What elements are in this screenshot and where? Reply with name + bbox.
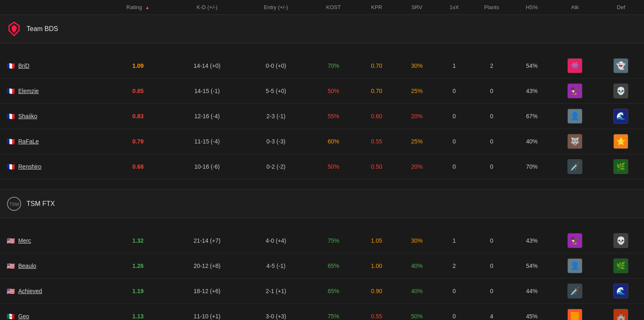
player-name-text[interactable]: BriD xyxy=(18,62,29,69)
kpr-cell: 1.05 xyxy=(356,228,396,253)
agent-icon-atk: 🐺 xyxy=(567,134,582,149)
agent-icon-atk: 🗡️ xyxy=(567,284,582,299)
col-header-entry[interactable]: Entry (+/-) xyxy=(241,0,310,15)
col-header-kost[interactable]: KOST xyxy=(310,0,356,15)
player-name-text[interactable]: Geo xyxy=(18,313,29,320)
onevx-value: 0 xyxy=(453,138,456,145)
team-gap-row xyxy=(0,179,644,190)
srv-cell: 30% xyxy=(397,53,437,79)
entry-cell: 2-1 (+1) xyxy=(241,279,310,304)
kd-value: 11-10 (+1) xyxy=(194,313,221,320)
col-header-def[interactable]: Def xyxy=(598,0,644,15)
player-flag: 🇺🇸 xyxy=(7,237,15,245)
col-header-kpr[interactable]: KPR xyxy=(356,0,396,15)
player-flag: 🇫🇷 xyxy=(7,163,15,171)
rating-cell: 1.13 xyxy=(103,304,173,320)
agent-icon-atk: 🦅 xyxy=(567,233,582,248)
kd-value: 12-16 (-4) xyxy=(194,113,219,119)
player-name-text[interactable]: Merc xyxy=(18,237,31,244)
srv-value: 30% xyxy=(411,237,423,244)
table-row: 🇺🇸 Beaulo 1.26 20-12 (+8) 4-5 (-1) 65% 1… xyxy=(0,253,644,279)
onevx-value: 0 xyxy=(453,288,456,294)
col-header-plants[interactable]: Plants xyxy=(471,0,512,15)
onevx-cell: 0 xyxy=(437,279,471,304)
hs-value: 44% xyxy=(526,288,538,294)
entry-value: 5-5 (+0) xyxy=(266,88,286,94)
srv-value: 20% xyxy=(411,113,423,119)
atk-cell: 🗡️ xyxy=(552,279,598,304)
srv-value: 20% xyxy=(411,163,423,170)
player-flag: 🇫🇷 xyxy=(7,112,15,120)
hs-cell: 45% xyxy=(512,304,552,320)
onevx-value: 0 xyxy=(453,113,456,119)
atk-cell: 👾 xyxy=(552,53,598,79)
plants-value: 0 xyxy=(490,138,493,145)
col-header-1vx[interactable]: 1vX xyxy=(437,0,471,15)
player-name-cell: 🇫🇷 Shaiiko xyxy=(0,104,103,129)
atk-cell: 🗡️ xyxy=(552,154,598,179)
plants-value: 4 xyxy=(490,313,493,320)
hs-value: 54% xyxy=(526,263,538,269)
rating-cell: 0.85 xyxy=(103,79,173,104)
entry-value: 2-1 (+1) xyxy=(266,288,286,294)
entry-cell: 2-3 (-1) xyxy=(241,104,310,129)
player-name-text[interactable]: RaFaLe xyxy=(18,138,39,145)
hs-cell: 43% xyxy=(512,79,552,104)
col-header-hs[interactable]: HS% xyxy=(512,0,552,15)
player-name-text[interactable]: Shaiiko xyxy=(18,113,37,119)
agent-icon-def: ⭐ xyxy=(613,134,628,149)
kost-cell: 70% xyxy=(310,53,356,79)
col-header-rating[interactable]: Rating ▲ xyxy=(103,0,173,15)
kpr-cell: 0.55 xyxy=(356,304,396,320)
kost-cell: 50% xyxy=(310,79,356,104)
kpr-cell: 0.55 xyxy=(356,129,396,154)
col-header-srv[interactable]: SRV xyxy=(397,0,437,15)
kd-cell: 20-12 (+8) xyxy=(173,253,242,279)
kd-cell: 21-14 (+7) xyxy=(173,228,242,253)
kd-value: 21-14 (+7) xyxy=(194,237,221,244)
onevx-cell: 0 xyxy=(437,154,471,179)
player-name-text[interactable]: Renshiro xyxy=(18,163,41,170)
team-header-cell: Team BDS xyxy=(0,15,644,43)
hs-cell: 43% xyxy=(512,228,552,253)
col-header-kd[interactable]: K-D (+/-) xyxy=(173,0,242,15)
kd-cell: 11-10 (+1) xyxy=(173,304,242,320)
onevx-value: 1 xyxy=(453,62,456,69)
plants-cell: 0 xyxy=(471,79,512,104)
kost-value: 70% xyxy=(328,62,339,69)
table-row: 🇲🇽 Geo 1.13 11-10 (+1) 3-0 (+3) 75% 0.55… xyxy=(0,304,644,320)
team-header-tsm: TSM TSM FTX xyxy=(0,190,644,218)
kpr-cell: 1.00 xyxy=(356,253,396,279)
plants-value: 0 xyxy=(490,263,493,269)
kd-value: 18-12 (+6) xyxy=(194,288,221,294)
srv-cell: 20% xyxy=(397,104,437,129)
kost-value: 65% xyxy=(328,263,339,269)
kost-value: 55% xyxy=(328,113,339,119)
table-row: 🇫🇷 Shaiiko 0.83 12-16 (-4) 2-3 (-1) 55% … xyxy=(0,104,644,129)
rating-cell: 1.19 xyxy=(103,279,173,304)
srv-cell: 40% xyxy=(397,279,437,304)
srv-cell: 30% xyxy=(397,228,437,253)
team-header-bds: Team BDS xyxy=(0,15,644,43)
stats-table-container: Rating ▲ K-D (+/-) Entry (+/-) KOST KPR … xyxy=(0,0,644,320)
player-name-text[interactable]: Achieved xyxy=(18,288,42,294)
onevx-value: 1 xyxy=(453,237,456,244)
col-header-name xyxy=(0,0,103,15)
plants-value: 0 xyxy=(490,288,493,294)
onevx-cell: 0 xyxy=(437,104,471,129)
plants-value: 2 xyxy=(490,62,493,69)
agent-icon-def: 🌊 xyxy=(613,109,628,124)
hs-cell: 54% xyxy=(512,53,552,79)
entry-value: 3-0 (+3) xyxy=(266,313,286,320)
kpr-cell: 0.70 xyxy=(356,53,396,79)
agent-icon-def: 🌿 xyxy=(613,159,628,174)
kost-cell: 75% xyxy=(310,228,356,253)
kost-cell: 60% xyxy=(310,129,356,154)
onevx-value: 2 xyxy=(453,263,456,269)
kd-cell: 14-15 (-1) xyxy=(173,79,242,104)
hs-cell: 54% xyxy=(512,253,552,279)
col-header-atk[interactable]: Atk xyxy=(552,0,598,15)
player-name-text[interactable]: Beaulo xyxy=(18,263,36,269)
kd-value: 14-14 (+0) xyxy=(194,62,221,69)
player-name-text[interactable]: Elemzje xyxy=(18,88,39,94)
